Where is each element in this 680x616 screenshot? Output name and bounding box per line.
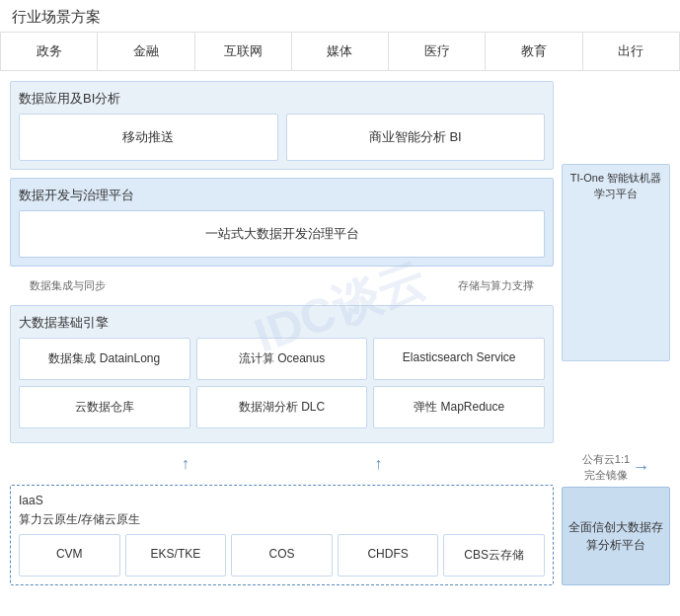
main-content: 数据应用及BI分析 移动推送 商业智能分析 BI 数据开发与治理平台 一站式大数… bbox=[0, 71, 680, 595]
cloud-delivery-label: 公有云1:1 完全镜像 bbox=[582, 452, 630, 483]
bigdata-row2: 云数据仓库 数据湖分析 DLC 弹性 MapReduce bbox=[19, 386, 545, 428]
data-dev-header: 数据开发与治理平台 bbox=[19, 187, 545, 204]
analysis-platform-box: 全面信创大数据存算分析平台 bbox=[562, 487, 670, 585]
data-apps-header: 数据应用及BI分析 bbox=[19, 90, 545, 108]
arrows-row: ↑ ↑ bbox=[10, 451, 554, 477]
cos-cell: COS bbox=[231, 534, 333, 577]
nav-tab-jiaoyu[interactable]: 教育 bbox=[486, 33, 582, 70]
nav-tab-chuxing[interactable]: 出行 bbox=[583, 33, 680, 70]
data-dev-section: 数据开发与治理平台 一站式大数据开发治理平台 bbox=[10, 178, 554, 267]
sync-labels: 数据集成与同步 存储与算力支撑 bbox=[10, 274, 554, 297]
sync-right-label: 存储与算力支撑 bbox=[458, 278, 534, 293]
ti-one-title: TI-One 智能钛机器学习平台 bbox=[568, 171, 663, 201]
left-panel: 数据应用及BI分析 移动推送 商业智能分析 BI 数据开发与治理平台 一站式大数… bbox=[10, 81, 554, 585]
iaas-label: IaaS bbox=[19, 494, 545, 507]
data-apps-row: 移动推送 商业智能分析 BI bbox=[19, 114, 545, 161]
elasticsearch-cell: Elasticsearch Service bbox=[373, 338, 545, 380]
datawarehouse-cell: 云数据仓库 bbox=[19, 386, 190, 428]
chdfs-cell: CHDFS bbox=[338, 534, 439, 577]
ti-one-row: TI-One 智能钛机器学习平台 bbox=[562, 81, 670, 444]
bigdata-section: 大数据基础引擎 数据集成 DatainLong 流计算 Oceanus Elas… bbox=[10, 305, 554, 443]
nav-tab-hulianwang[interactable]: 互联网 bbox=[195, 33, 292, 70]
ti-one-box: TI-One 智能钛机器学习平台 bbox=[562, 164, 670, 361]
cloud-delivery-row: 公有云1:1 完全镜像 → 全面信创大数据存算分析平台 bbox=[562, 452, 670, 585]
iaas-section: IaaS 算力云原生/存储云原生 CVM EKS/TKE COS CHDFS C… bbox=[10, 485, 554, 585]
mapreduce-cell: 弹性 MapReduce bbox=[373, 386, 545, 428]
datainlong-cell: 数据集成 DatainLong bbox=[19, 338, 190, 380]
page-title: 行业场景方案 bbox=[12, 8, 101, 25]
right-panel: TI-One 智能钛机器学习平台 公有云1:1 完全镜像 → 全面信创大数据存算… bbox=[562, 81, 670, 585]
top-nav: 政务 金融 互联网 媒体 医疗 教育 出行 bbox=[0, 32, 680, 71]
compute-label: 算力云原生/存储云原生 bbox=[19, 511, 545, 528]
data-apps-section: 数据应用及BI分析 移动推送 商业智能分析 BI bbox=[10, 81, 554, 170]
arrow-right-box: → bbox=[632, 457, 649, 478]
mobile-push-cell: 移动推送 bbox=[19, 114, 278, 161]
iaas-cells-row: CVM EKS/TKE COS CHDFS CBS云存储 bbox=[19, 534, 545, 577]
nav-tab-meiti[interactable]: 媒体 bbox=[292, 33, 389, 70]
nav-tab-jinrong[interactable]: 金融 bbox=[98, 33, 194, 70]
bi-analysis-cell: 商业智能分析 BI bbox=[286, 114, 546, 161]
arrow-right-icon: → bbox=[632, 457, 649, 478]
cvm-cell: CVM bbox=[19, 534, 120, 577]
eks-tke-cell: EKS/TKE bbox=[125, 534, 227, 577]
arrow-up-2: ↑ bbox=[374, 455, 382, 473]
bigdata-header: 大数据基础引擎 bbox=[19, 314, 545, 332]
dlc-cell: 数据湖分析 DLC bbox=[196, 386, 368, 428]
bigdata-row1: 数据集成 DatainLong 流计算 Oceanus Elasticsearc… bbox=[19, 338, 545, 380]
nav-tab-yiliao[interactable]: 医疗 bbox=[389, 33, 486, 70]
oceanus-cell: 流计算 Oceanus bbox=[196, 338, 368, 380]
nav-tab-zhengwu[interactable]: 政务 bbox=[0, 33, 98, 70]
analysis-platform-label: 全面信创大数据存算分析平台 bbox=[568, 518, 663, 554]
page-header: 行业场景方案 bbox=[0, 0, 680, 32]
cbs-cell: CBS云存储 bbox=[443, 534, 545, 577]
delivery-arrow-row: 公有云1:1 完全镜像 → bbox=[582, 452, 649, 483]
arrow-up-1: ↑ bbox=[182, 455, 189, 473]
data-dev-platform-cell: 一站式大数据开发治理平台 bbox=[19, 210, 545, 258]
sync-left-label: 数据集成与同步 bbox=[30, 278, 106, 293]
